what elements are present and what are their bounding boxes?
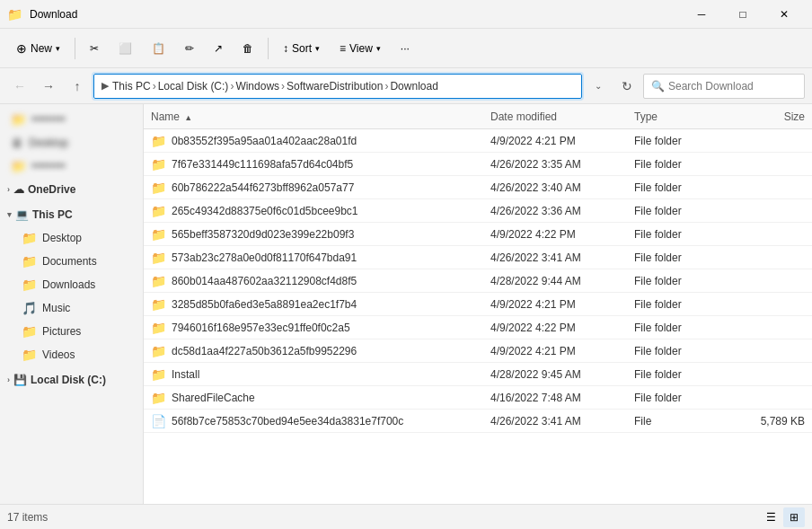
sidebar-item-music[interactable]: 🎵 Music [11, 296, 143, 320]
breadcrumb-sep-3: › [281, 80, 285, 93]
status-bar: 17 items ☰ ⊞ [0, 504, 812, 529]
share-button[interactable]: ↗ [205, 34, 232, 63]
file-name: 860b014aa487602aa32112908cf4d8f5 [172, 275, 490, 287]
local-disk-chevron-icon: › [7, 375, 10, 384]
col-header-name[interactable]: Name ▲ [151, 110, 490, 123]
delete-button[interactable]: 🗑 [234, 34, 262, 63]
sidebar-item-pictures[interactable]: 📁 Pictures [11, 320, 143, 343]
more-button[interactable]: ··· [392, 34, 419, 63]
sidebar-label-blurred-3: ••••••••• [31, 160, 66, 172]
folder-icon: 📁 [151, 204, 166, 218]
file-type: File folder [634, 135, 733, 147]
col-header-size[interactable]: Size [733, 110, 805, 123]
table-row[interactable]: 📁7f67e331449c111698afa57d64c04bf54/26/20… [144, 153, 812, 176]
cut-button[interactable]: ✂ [81, 34, 108, 63]
file-name: Install [172, 368, 490, 381]
copy-button[interactable]: ⬜ [110, 34, 141, 63]
sidebar-this-pc-section: ▾ 💻 This PC 📁 Desktop 📁 Documents 📁 Down… [0, 203, 143, 366]
sidebar-item-videos[interactable]: 📁 Videos [11, 343, 143, 366]
table-row[interactable]: 📄56f8b7ce75853c70bed94e5ee34da3831e7f700… [144, 410, 812, 433]
file-date: 4/9/2022 4:22 PM [490, 228, 634, 241]
this-pc-children: 📁 Desktop 📁 Documents 📁 Downloads 🎵 Musi… [0, 226, 143, 366]
table-row[interactable]: 📁0b83552f395a95aa01a402aac28a01fd4/9/202… [144, 129, 812, 153]
refresh-button[interactable]: ↻ [614, 74, 640, 99]
file-type: File [634, 415, 733, 428]
maximize-button[interactable]: □ [722, 0, 763, 29]
videos-label: Videos [42, 348, 75, 361]
file-name: 7946016f168e957e33ec91ffe0f0c2a5 [172, 322, 490, 334]
delete-icon: 🗑 [243, 42, 253, 55]
breadcrumb[interactable]: ▶ This PC › Local Disk (C:) › Windows › … [93, 74, 582, 99]
onedrive-icon: ☁ [13, 183, 24, 196]
sort-icon: ↕ [283, 42, 288, 55]
table-row[interactable]: 📁Install4/28/2022 9:45 AMFile folder [144, 363, 812, 386]
paste-button[interactable]: 📋 [143, 34, 174, 63]
toolbar: ⊕ New ▾ ✂ ⬜ 📋 ✏ ↗ 🗑 ↕ Sort ▾ ≡ View ▾ ··… [0, 29, 812, 68]
breadcrumb-dropdown-button[interactable]: ⌄ [586, 74, 611, 99]
search-box[interactable]: 🔍 [643, 74, 805, 99]
folder-icon: 📁 [151, 391, 166, 405]
paste-icon: 📋 [152, 42, 165, 55]
table-row[interactable]: 📁265c49342d88375e0f6c01d5bcee9bc14/26/20… [144, 199, 812, 223]
pictures-label: Pictures [42, 325, 81, 338]
sort-button[interactable]: ↕ Sort ▾ [274, 34, 329, 63]
file-name: 56f8b7ce75853c70bed94e5ee34da3831e7f700c [172, 415, 490, 428]
table-row[interactable]: 📁565beff3587320d9d023e399e22b09f34/9/202… [144, 223, 812, 246]
toolbar-separator-1 [75, 38, 75, 59]
breadcrumb-this-pc[interactable]: This PC [112, 80, 151, 93]
this-pc-chevron-icon: ▾ [7, 210, 12, 219]
sidebar-local-disk[interactable]: › 💾 Local Disk (C:) [0, 368, 143, 392]
file-type: File folder [634, 298, 733, 311]
table-row[interactable]: 📁7946016f168e957e33ec91ffe0f0c2a54/9/202… [144, 316, 812, 339]
breadcrumb-windows[interactable]: Windows [235, 80, 279, 93]
view-toggle: ☰ ⊞ [760, 507, 805, 527]
onedrive-chevron-icon: › [7, 185, 10, 194]
table-row[interactable]: 📁dc58d1aa4f227a50b3612a5fb99522964/9/202… [144, 339, 812, 363]
file-name: dc58d1aa4f227a50b3612a5fb9952296 [172, 345, 490, 357]
table-row[interactable]: 📁60b786222a544f6273bff8962a057a774/26/20… [144, 176, 812, 199]
sidebar-onedrive[interactable]: › ☁ OneDrive [0, 178, 143, 201]
breadcrumb-softwaredist[interactable]: SoftwareDistribution [287, 80, 383, 93]
details-view-button[interactable]: ☰ [760, 507, 781, 527]
col-header-date[interactable]: Date modified [490, 110, 634, 123]
grid-view-button[interactable]: ⊞ [783, 507, 805, 527]
file-date: 4/9/2022 4:21 PM [490, 345, 634, 357]
table-row[interactable]: 📁3285d85b0fa6ed3e5a8891ea2ec1f7b44/9/202… [144, 293, 812, 316]
sidebar-item-desktop[interactable]: 📁 Desktop [11, 226, 143, 250]
close-button[interactable]: ✕ [763, 0, 805, 29]
address-bar: ← → ↑ ▶ This PC › Local Disk (C:) › Wind… [0, 68, 812, 104]
desktop-icon-blurred: 🖥 [11, 136, 23, 150]
sidebar-item-downloads[interactable]: 📁 Downloads [11, 273, 143, 296]
sidebar-item-documents[interactable]: 📁 Documents [11, 250, 143, 273]
file-name: 60b786222a544f6273bff8962a057a77 [172, 181, 490, 194]
sort-chevron-icon: ▾ [315, 44, 320, 53]
view-button[interactable]: ≡ View ▾ [331, 34, 390, 63]
col-header-type[interactable]: Type [634, 110, 733, 123]
forward-button[interactable]: → [36, 74, 61, 99]
sidebar-this-pc[interactable]: ▾ 💻 This PC [0, 203, 143, 226]
file-type: File folder [634, 228, 733, 241]
breadcrumb-local-disk[interactable]: Local Disk (C:) [158, 80, 229, 93]
file-name: 573ab23c278a0e0d0f81170f647bda91 [172, 251, 490, 264]
new-button[interactable]: ⊕ New ▾ [7, 34, 69, 63]
local-disk-label: Local Disk (C:) [31, 374, 106, 386]
file-date: 4/26/2022 3:41 AM [490, 415, 634, 428]
folder-icon: 📁 [151, 134, 166, 148]
folder-icon: 📁 [151, 344, 166, 358]
minimize-button[interactable]: ─ [681, 0, 722, 29]
this-pc-label: This PC [32, 208, 73, 221]
table-row[interactable]: 📁SharedFileCache4/16/2022 7:48 AMFile fo… [144, 386, 812, 410]
back-button[interactable]: ← [7, 74, 32, 99]
file-name: 265c49342d88375e0f6c01d5bcee9bc1 [172, 205, 490, 217]
name-sort-icon: ▲ [184, 113, 192, 122]
table-row[interactable]: 📁860b014aa487602aa32112908cf4d8f54/28/20… [144, 269, 812, 293]
title-bar: 📁 Download ─ □ ✕ [0, 0, 812, 29]
table-row[interactable]: 📁573ab23c278a0e0d0f81170f647bda914/26/20… [144, 246, 812, 269]
rename-button[interactable]: ✏ [176, 34, 203, 63]
share-icon: ↗ [214, 42, 223, 55]
up-button[interactable]: ↑ [65, 74, 90, 99]
search-input[interactable] [668, 80, 797, 93]
file-list: Name ▲ Date modified Type Size 📁0b83552f… [144, 104, 812, 504]
file-date: 4/9/2022 4:21 PM [490, 135, 634, 147]
this-pc-icon: 💻 [15, 208, 29, 221]
